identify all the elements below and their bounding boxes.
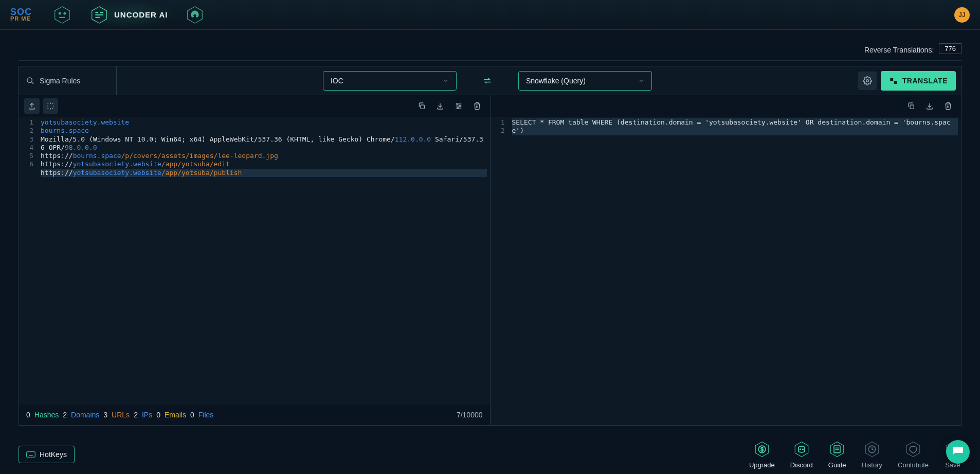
upload-icon [28, 102, 36, 110]
left-code[interactable]: yotsubasociety.websitebourns.spaceMozill… [38, 117, 490, 405]
copy-left-button[interactable] [414, 98, 429, 114]
bottom-bar: HotKeys $UpgradeDiscordGuideHistoryContr… [19, 435, 961, 474]
emails-label: Emails [165, 411, 186, 419]
bottom-nav-guide[interactable]: Guide [828, 441, 846, 469]
right-toolbar [491, 95, 961, 117]
translate-label: TRANSLATE [902, 77, 948, 85]
delete-left-button[interactable] [469, 98, 485, 114]
right-editor[interactable]: 12 SELECT * FROM table WHERE (destinatio… [491, 117, 961, 425]
copy-icon [418, 102, 426, 110]
svg-point-35 [802, 448, 804, 450]
files-count: 0 [190, 411, 194, 419]
svg-point-34 [800, 448, 801, 450]
sliders-icon [455, 102, 463, 110]
download-icon [436, 102, 444, 110]
source-format-dropdown[interactable]: IOC [323, 71, 457, 91]
code-line[interactable]: https://bourns.space/p/covers/assets/ima… [41, 152, 487, 160]
bottom-nav-discord[interactable]: Discord [790, 441, 813, 469]
controls-row: Sigma Rules IOC Snowflake (Query) TRANSL… [19, 66, 961, 95]
right-controls: TRANSLATE [858, 71, 961, 91]
svg-point-21 [457, 108, 459, 109]
translate-button[interactable]: TRANSLATE [881, 71, 956, 91]
svg-line-11 [31, 82, 33, 84]
left-toolbar [19, 95, 490, 117]
module-tab-active[interactable]: UNCODER AI [82, 1, 175, 29]
sub-strip: Reverse Translations: 776 [19, 30, 961, 61]
bottom-nav-contribute[interactable]: Contribute [898, 441, 929, 469]
download-left-button[interactable] [432, 98, 448, 114]
svg-marker-0 [55, 6, 70, 23]
hotkeys-button[interactable]: HotKeys [19, 446, 75, 463]
target-format-dropdown[interactable]: Snowflake (Query) [518, 71, 652, 91]
code-line[interactable]: SELECT * FROM table WHERE (destination.d… [512, 118, 958, 135]
module-tab-3[interactable] [185, 5, 205, 25]
main-area: Sigma Rules IOC Snowflake (Query) TRANSL… [19, 66, 961, 426]
svg-point-2 [63, 12, 66, 14]
domains-count: 2 [63, 411, 67, 419]
svg-point-20 [459, 106, 461, 107]
search-icon [26, 77, 34, 85]
hashes-count: 0 [26, 411, 30, 419]
target-format-value: Snowflake (Query) [526, 77, 586, 85]
settings-button[interactable] [858, 72, 877, 90]
code-line[interactable]: https://yotsubasociety.website/app/yotsu… [41, 160, 487, 168]
char-count: 7/10000 [457, 411, 483, 419]
reverse-translations-count: 776 [939, 43, 961, 54]
svg-rect-8 [95, 16, 100, 17]
swap-button[interactable] [482, 76, 493, 86]
module-tab-1[interactable] [52, 5, 72, 25]
left-editor[interactable]: 123456 yotsubasociety.websitebourns.spac… [19, 117, 490, 405]
svg-rect-14 [421, 105, 424, 109]
chat-fab[interactable] [946, 440, 970, 464]
hashes-label: Hashes [34, 411, 59, 419]
history-icon [863, 441, 881, 458]
download-right-button[interactable] [922, 98, 937, 114]
magic-button[interactable] [43, 98, 58, 114]
code-line[interactable]: bourns.space [41, 127, 487, 135]
code-line[interactable]: yotsubasociety.website [41, 118, 487, 127]
filter-left-button[interactable] [451, 98, 466, 114]
svg-marker-9 [188, 6, 203, 23]
chat-icon [952, 446, 964, 458]
svg-point-12 [866, 79, 869, 82]
svg-point-19 [457, 103, 458, 105]
logo[interactable]: SOC PR ME [10, 8, 32, 21]
bottom-nav-upgrade[interactable]: $Upgrade [749, 441, 775, 469]
gear-icon [863, 76, 872, 85]
swap-icon [482, 76, 493, 86]
upload-button[interactable] [24, 98, 40, 114]
reverse-translations-label: Reverse Translations: [864, 46, 934, 54]
code-line[interactable]: https://yotsubasociety.website/app/yotsu… [41, 169, 487, 177]
ips-label: IPs [142, 411, 152, 419]
copy-right-button[interactable] [903, 98, 919, 114]
bottom-nav-label: Discord [790, 461, 813, 469]
bottom-nav-label: Upgrade [749, 461, 775, 469]
ips-count: 2 [134, 411, 138, 419]
guide-icon [828, 441, 846, 458]
left-gutter: 123456 [19, 117, 38, 405]
chevron-down-icon [443, 78, 449, 84]
avatar[interactable]: JJ [954, 7, 970, 23]
dropdown-area: IOC Snowflake (Query) [117, 71, 858, 91]
bottom-nav-history[interactable]: History [862, 441, 882, 469]
delete-right-button[interactable] [940, 98, 956, 114]
source-format-value: IOC [331, 77, 343, 85]
editor-panes: 123456 yotsubasociety.websitebourns.spac… [19, 95, 961, 426]
right-code[interactable]: SELECT * FROM table WHERE (destination.d… [509, 117, 961, 425]
svg-marker-33 [795, 442, 808, 457]
top-bar: SOC PR ME UNCODER AI JJ [0, 0, 980, 30]
chevron-down-icon [638, 78, 644, 84]
svg-text:$: $ [760, 447, 764, 452]
module-tabs: UNCODER AI [52, 1, 205, 29]
right-pane: 12 SELECT * FROM table WHERE (destinatio… [490, 95, 961, 425]
urls-label: URLs [112, 411, 130, 419]
left-pane: 123456 yotsubasociety.websitebourns.spac… [19, 95, 490, 425]
code-line[interactable]: Mozilla/5.0 (Windows NT 10.0; Win64; x64… [41, 135, 487, 152]
sigma-rules-button[interactable]: Sigma Rules [19, 66, 117, 95]
upgrade-icon: $ [753, 441, 771, 458]
svg-rect-5 [95, 12, 98, 13]
logo-bottom: PR ME [10, 16, 32, 22]
emails-count: 0 [156, 411, 160, 419]
app-title: UNCODER AI [114, 10, 168, 19]
svg-rect-3 [59, 16, 65, 17]
